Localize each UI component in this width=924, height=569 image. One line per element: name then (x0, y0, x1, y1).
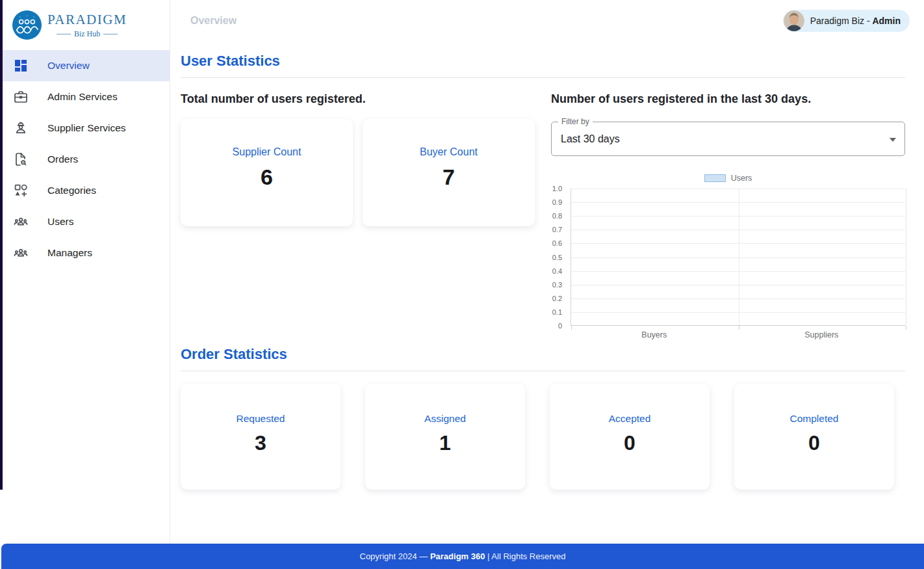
x-axis-category-label: Buyers (641, 330, 667, 339)
x-axis-category-label: Suppliers (804, 330, 838, 339)
avatar (784, 10, 804, 31)
chart-vertical-gridline (906, 189, 906, 325)
order-statistics-title: Order Statistics (181, 346, 905, 363)
users-bar-chart: Users 1.00.90.80.70.60.50.40.30.20.10 Bu… (551, 173, 905, 339)
y-axis-tick-label: 0.2 (547, 295, 567, 302)
total-users-subtitle: Total number of users registered. (181, 92, 535, 106)
stat-card-value: 7 (363, 165, 535, 190)
filter-by-value: Last 30 days (561, 133, 620, 145)
category-icon (13, 183, 29, 198)
chart-plot-area: 1.00.90.80.70.60.50.40.30.20.10 BuyersSu… (551, 189, 905, 339)
footer: Copyright 2024 — Paradigm 360 | All Righ… (1, 544, 924, 569)
user-chip[interactable]: Paradigm Biz - Admin (783, 10, 910, 32)
sidebar-nav: Overview Admin Services Supplier Service… (0, 50, 170, 269)
user-chip-label: Paradigm Biz - Admin (810, 16, 901, 26)
sidebar-item-overview[interactable]: Overview (0, 50, 170, 81)
order-card-value: 3 (181, 431, 340, 455)
sidebar-item-categories[interactable]: Categories (0, 175, 170, 206)
content: User Statistics Total number of users re… (170, 41, 924, 490)
sidebar-item-orders[interactable]: Orders (0, 144, 170, 175)
engineer-icon (13, 120, 29, 136)
order-card-label: Accepted (550, 413, 710, 425)
filter-by-select[interactable]: Filter by Last 30 days (551, 122, 905, 156)
logo-subtitle: Biz Hub (74, 29, 100, 39)
stat-card-value: 6 (181, 165, 353, 190)
y-axis-tick-label: 0.7 (547, 226, 567, 233)
y-axis-tick-label: 0.1 (547, 308, 567, 316)
y-axis-tick-label: 0.3 (547, 281, 567, 289)
user-statistics-title: User Statistics (181, 53, 905, 70)
x-axis-tick (906, 326, 906, 330)
footer-text: Copyright 2024 — Paradigm 360 | All Righ… (360, 551, 566, 561)
order-card-label: Completed (734, 413, 894, 425)
y-axis-tick-label: 0.6 (547, 239, 567, 247)
y-axis-tick-label: 0.4 (547, 267, 567, 275)
order-card-label: Assigned (365, 413, 525, 425)
chart-vertical-gridline (739, 189, 739, 325)
order-count-cards: Requested 3 Assigned 1 Accepted 0 Comple… (181, 384, 905, 490)
logo-title: PARADIGM (47, 12, 127, 28)
sidebar-edge-strip (0, 0, 3, 490)
groups-icon (13, 245, 29, 261)
y-axis-tick-label: 0 (547, 322, 567, 330)
stat-card: Supplier Count 6 (181, 119, 353, 226)
order-stat-card: Accepted 0 (550, 384, 710, 490)
user-stats-right-column: Number of users registered in the last 3… (551, 78, 905, 339)
sidebar-item-label: Supplier Services (47, 122, 126, 134)
app-root: PARADIGM Biz Hub Overview Admin Services… (0, 0, 924, 569)
divider (181, 371, 905, 371)
sidebar-item-label: Users (47, 216, 73, 228)
footer-brand: Paradigm 360 (430, 551, 485, 561)
order-stat-card: Completed 0 (734, 384, 894, 490)
order-card-value: 0 (734, 431, 894, 455)
logo-mark-icon (12, 10, 42, 40)
logo: PARADIGM Biz Hub (0, 0, 170, 50)
breadcrumb: Overview (190, 15, 237, 27)
sidebar-item-label: Overview (47, 60, 90, 72)
main-header: Overview Paradigm Biz - Admin (170, 0, 924, 41)
sidebar-item-managers[interactable]: Managers (0, 237, 170, 269)
legend-swatch (704, 174, 726, 182)
y-axis-tick-label: 0.5 (547, 254, 567, 261)
stat-card: Buyer Count 7 (363, 119, 535, 226)
chart-legend[interactable]: Users (551, 173, 905, 183)
sidebar-item-label: Managers (47, 247, 92, 259)
user-stats-left-column: Total number of users registered. Suppli… (181, 78, 535, 339)
document-preview-icon (13, 152, 29, 167)
stat-card-label: Buyer Count (363, 146, 535, 158)
main-area: Overview Paradigm Biz - Admin User Stati… (170, 0, 924, 544)
sidebar-item-label: Orders (47, 153, 78, 165)
logo-dash-right (103, 34, 118, 34)
legend-label: Users (731, 174, 752, 183)
stat-card-label: Supplier Count (181, 146, 353, 158)
order-stat-card: Requested 3 (181, 384, 340, 490)
sidebar-item-label: Admin Services (47, 91, 118, 103)
sidebar-item-supplier-services[interactable]: Supplier Services (0, 112, 170, 144)
logo-dash-left (57, 34, 71, 34)
user-count-cards: Supplier Count 6 Buyer Count 7 (181, 119, 535, 226)
last-30-days-subtitle: Number of users registered in the last 3… (551, 92, 905, 106)
sidebar: PARADIGM Biz Hub Overview Admin Services… (0, 0, 170, 544)
groups-icon (13, 214, 29, 230)
sidebar-item-admin-services[interactable]: Admin Services (0, 81, 170, 112)
chevron-down-icon (890, 138, 896, 142)
order-card-value: 0 (550, 431, 710, 455)
x-axis-tick (739, 326, 739, 330)
sidebar-item-users[interactable]: Users (0, 206, 170, 237)
y-axis-tick-label: 1.0 (547, 185, 567, 192)
user-role: Admin (872, 16, 901, 26)
order-card-label: Requested (181, 413, 340, 425)
y-axis-tick-label: 0.8 (547, 212, 567, 220)
briefcase-icon (13, 89, 29, 105)
order-stat-card: Assigned 1 (365, 384, 525, 490)
y-axis-tick-label: 0.9 (547, 198, 567, 206)
x-axis-tick (571, 326, 572, 330)
filter-by-label: Filter by (558, 117, 593, 126)
order-card-value: 1 (365, 431, 525, 455)
dashboard-icon (13, 58, 29, 73)
sidebar-item-label: Categories (47, 185, 96, 196)
